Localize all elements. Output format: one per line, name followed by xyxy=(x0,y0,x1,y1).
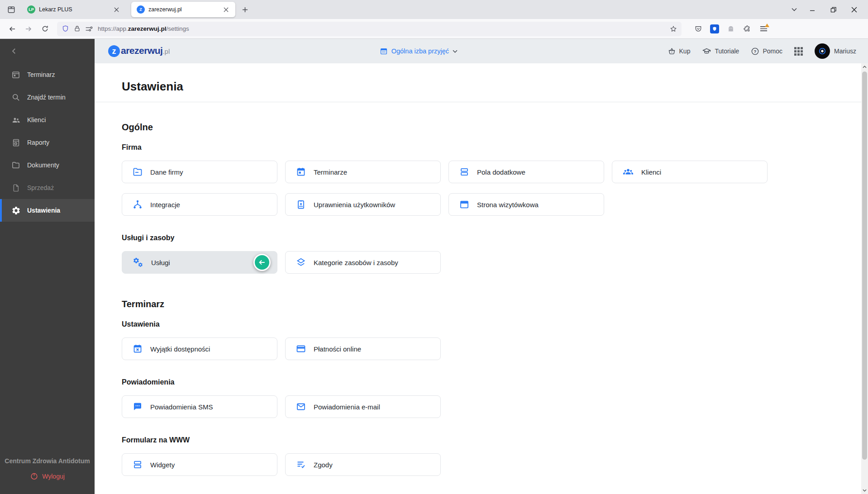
new-tab-button[interactable] xyxy=(238,3,252,16)
location-selector[interactable]: Ogólna izba przyjęć xyxy=(380,47,458,55)
settings-tile-kategorie-zasobow[interactable]: Kategorie zasobów i zasoby xyxy=(285,251,441,274)
tutorial-pointer-badge xyxy=(253,254,271,271)
sidebar-item-terminarz[interactable]: Terminarz xyxy=(0,63,95,86)
sidebar-collapse-button[interactable] xyxy=(6,43,22,59)
app-header: z arezerwuj .pl Ogólna izba przyjęć Kup … xyxy=(95,39,868,63)
avatar xyxy=(815,43,830,59)
sidebar-item-dokumenty[interactable]: Dokumenty xyxy=(0,154,95,176)
location-selector-label: Ogólna izba przyjęć xyxy=(391,48,449,55)
business-page-icon xyxy=(459,199,470,210)
power-icon xyxy=(30,472,38,480)
reload-button[interactable] xyxy=(37,22,52,36)
browser-tab-lekarz-plus[interactable]: LP Lekarz PLUS xyxy=(22,2,126,17)
vertical-scrollbar[interactable] xyxy=(861,63,868,494)
back-button[interactable] xyxy=(5,22,20,36)
pocket-icon xyxy=(694,25,702,33)
extension-toolbar xyxy=(686,23,774,35)
buy-button[interactable]: Kup xyxy=(668,47,691,56)
title-divider xyxy=(95,102,868,102)
bookmark-star-icon[interactable] xyxy=(670,25,677,33)
settings-tile-integracje[interactable]: Integracje xyxy=(122,193,277,216)
sidebar-item-label: Raporty xyxy=(27,139,49,146)
user-menu[interactable]: Mariusz xyxy=(815,43,856,59)
reload-icon xyxy=(42,25,48,32)
group-title: Firma xyxy=(122,143,841,152)
firefox-view-icon xyxy=(7,5,16,14)
firefox-view-button[interactable] xyxy=(4,3,19,16)
logout-button[interactable]: Wyloguj xyxy=(30,472,65,480)
custom-fields-icon xyxy=(459,166,470,177)
group-powiadomienia: Powiadomienia Powiadomienia SMS Powiadom… xyxy=(122,378,841,418)
consents-icon xyxy=(296,459,306,470)
calendar-icon xyxy=(380,47,388,55)
settings-tile-uprawnienia-uzytkownikow[interactable]: Uprawnienia użytkowników xyxy=(285,193,441,216)
url-bar[interactable]: https://app.zarezerwuj.pl/settings xyxy=(57,22,682,36)
settings-tile-platnosci-online[interactable]: Płatności online xyxy=(285,337,441,360)
forward-button[interactable] xyxy=(21,22,36,36)
browser-tab-zarezerwuj[interactable]: Z zarezerwuj.pl xyxy=(131,2,235,17)
group-title: Usługi i zasoby xyxy=(122,234,841,242)
company-name: Centrum Zdrowia Antidotum xyxy=(0,457,95,465)
graduation-cap-icon xyxy=(702,47,711,56)
menu-alert-badge xyxy=(765,24,769,27)
bitwarden-extension-button[interactable] xyxy=(709,23,720,35)
tutorials-button[interactable]: Tutoriale xyxy=(702,47,739,56)
settings-tile-powiadomienia-email[interactable]: Powiadomienia e-mail xyxy=(285,395,441,418)
sidebar-item-klienci[interactable]: Klienci xyxy=(0,109,95,131)
help-button[interactable]: ? Pomoc xyxy=(751,47,782,56)
settings-tile-dane-firmy[interactable]: Dane firmy xyxy=(122,161,277,183)
settings-tile-terminarze[interactable]: Terminarze xyxy=(285,161,441,183)
tab-close-button[interactable] xyxy=(221,5,231,14)
page-title: Ustawienia xyxy=(122,80,841,94)
chevron-up-icon xyxy=(863,66,867,68)
url-text: https://app.zarezerwuj.pl/settings xyxy=(98,25,665,32)
sidebar-item-sprzedaz[interactable]: Sprzedaż xyxy=(0,176,95,199)
apps-grid-button[interactable] xyxy=(794,47,803,56)
settings-tile-wyjatki-dostepnosci[interactable]: Wyjątki dostępności xyxy=(122,337,277,360)
ghostery-extension-button[interactable] xyxy=(725,23,737,35)
sidebar-item-label: Klienci xyxy=(27,116,46,124)
clients-icon xyxy=(622,166,634,178)
basket-icon xyxy=(668,47,676,56)
window-close-button[interactable] xyxy=(844,2,864,17)
gear-icon xyxy=(11,206,21,215)
extensions-button[interactable] xyxy=(741,23,753,35)
minimize-icon xyxy=(810,7,815,12)
scroll-up-button[interactable] xyxy=(861,63,868,71)
sidebar-item-znajdz-termin[interactable]: Znajdź termin xyxy=(0,86,95,109)
logo-mark: z xyxy=(108,45,120,57)
scroll-down-button[interactable] xyxy=(861,487,868,494)
list-all-tabs-button[interactable] xyxy=(787,3,802,16)
sidebar-item-raporty[interactable]: Raporty xyxy=(0,131,95,154)
calendars-icon xyxy=(296,166,306,177)
tab-favicon: LP xyxy=(27,5,35,14)
bitwarden-shield-icon xyxy=(712,26,717,32)
settings-tile-powiadomienia-sms[interactable]: Powiadomienia SMS xyxy=(122,395,277,418)
sidebar-item-ustawienia[interactable]: Ustawienia xyxy=(0,199,95,222)
integrations-icon xyxy=(132,199,143,210)
chevron-left-icon xyxy=(10,47,18,55)
scrollbar-thumb[interactable] xyxy=(862,71,867,460)
user-permissions-icon xyxy=(296,199,306,210)
group-title: Ustawienia xyxy=(122,320,841,328)
settings-tile-widgety[interactable]: Widgety xyxy=(122,453,277,476)
sidebar-item-label: Sprzedaż xyxy=(27,184,54,191)
app-menu-button[interactable] xyxy=(758,23,769,35)
group-formularz-www: Formularz na WWW Widgety Zgody xyxy=(122,436,841,476)
settings-tile-zgody[interactable]: Zgody xyxy=(285,453,441,476)
settings-tile-uslugi[interactable]: Usługi xyxy=(122,251,277,274)
search-icon xyxy=(11,93,21,102)
app-sidebar: Terminarz Znajdź termin Klienci Raporty … xyxy=(0,39,95,494)
settings-tile-pola-dodatkowe[interactable]: Pola dodatkowe xyxy=(448,161,604,183)
app-logo[interactable]: z arezerwuj .pl xyxy=(108,45,170,57)
pocket-extension-button[interactable] xyxy=(692,23,704,35)
group-ustawienia: Ustawienia Wyjątki dostępności Płatności… xyxy=(122,320,841,360)
window-minimize-button[interactable] xyxy=(802,2,823,17)
company-data-icon xyxy=(132,166,143,177)
services-icon xyxy=(132,256,144,268)
tab-close-button[interactable] xyxy=(111,5,121,14)
permissions-icon xyxy=(85,26,93,32)
window-restore-button[interactable] xyxy=(823,2,844,17)
settings-tile-klienci[interactable]: Klienci xyxy=(612,161,768,183)
settings-tile-strona-wizytowkowa[interactable]: Strona wizytówkowa xyxy=(448,193,604,216)
